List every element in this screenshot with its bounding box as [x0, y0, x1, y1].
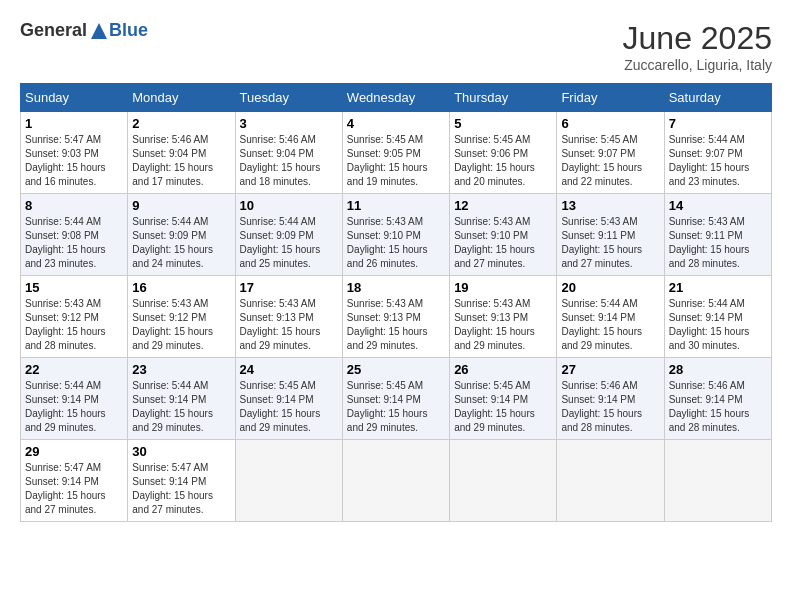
- table-row: 28Sunrise: 5:46 AM Sunset: 9:14 PM Dayli…: [664, 358, 771, 440]
- day-number: 11: [347, 198, 445, 213]
- header-friday: Friday: [557, 84, 664, 112]
- day-info: Sunrise: 5:44 AM Sunset: 9:14 PM Dayligh…: [25, 379, 123, 435]
- day-number: 16: [132, 280, 230, 295]
- table-row: 25Sunrise: 5:45 AM Sunset: 9:14 PM Dayli…: [342, 358, 449, 440]
- table-row: 6Sunrise: 5:45 AM Sunset: 9:07 PM Daylig…: [557, 112, 664, 194]
- day-info: Sunrise: 5:45 AM Sunset: 9:14 PM Dayligh…: [240, 379, 338, 435]
- header-monday: Monday: [128, 84, 235, 112]
- day-info: Sunrise: 5:44 AM Sunset: 9:08 PM Dayligh…: [25, 215, 123, 271]
- day-number: 10: [240, 198, 338, 213]
- day-info: Sunrise: 5:43 AM Sunset: 9:10 PM Dayligh…: [454, 215, 552, 271]
- header-thursday: Thursday: [450, 84, 557, 112]
- day-number: 26: [454, 362, 552, 377]
- day-info: Sunrise: 5:45 AM Sunset: 9:06 PM Dayligh…: [454, 133, 552, 189]
- day-info: Sunrise: 5:44 AM Sunset: 9:09 PM Dayligh…: [132, 215, 230, 271]
- day-number: 2: [132, 116, 230, 131]
- day-number: 18: [347, 280, 445, 295]
- table-row: 16Sunrise: 5:43 AM Sunset: 9:12 PM Dayli…: [128, 276, 235, 358]
- day-number: 7: [669, 116, 767, 131]
- header-wednesday: Wednesday: [342, 84, 449, 112]
- table-row: [450, 440, 557, 522]
- day-info: Sunrise: 5:44 AM Sunset: 9:07 PM Dayligh…: [669, 133, 767, 189]
- day-number: 1: [25, 116, 123, 131]
- table-row: 23Sunrise: 5:44 AM Sunset: 9:14 PM Dayli…: [128, 358, 235, 440]
- day-number: 24: [240, 362, 338, 377]
- table-row: [664, 440, 771, 522]
- table-row: [342, 440, 449, 522]
- day-number: 9: [132, 198, 230, 213]
- day-info: Sunrise: 5:45 AM Sunset: 9:05 PM Dayligh…: [347, 133, 445, 189]
- day-number: 27: [561, 362, 659, 377]
- table-row: 11Sunrise: 5:43 AM Sunset: 9:10 PM Dayli…: [342, 194, 449, 276]
- day-info: Sunrise: 5:46 AM Sunset: 9:04 PM Dayligh…: [132, 133, 230, 189]
- table-row: 22Sunrise: 5:44 AM Sunset: 9:14 PM Dayli…: [21, 358, 128, 440]
- day-info: Sunrise: 5:46 AM Sunset: 9:14 PM Dayligh…: [669, 379, 767, 435]
- day-number: 20: [561, 280, 659, 295]
- month-title: June 2025: [623, 20, 772, 57]
- day-number: 17: [240, 280, 338, 295]
- logo-icon: [89, 21, 109, 41]
- day-info: Sunrise: 5:45 AM Sunset: 9:14 PM Dayligh…: [347, 379, 445, 435]
- day-info: Sunrise: 5:46 AM Sunset: 9:14 PM Dayligh…: [561, 379, 659, 435]
- day-number: 5: [454, 116, 552, 131]
- day-number: 19: [454, 280, 552, 295]
- table-row: 26Sunrise: 5:45 AM Sunset: 9:14 PM Dayli…: [450, 358, 557, 440]
- day-info: Sunrise: 5:43 AM Sunset: 9:10 PM Dayligh…: [347, 215, 445, 271]
- day-number: 21: [669, 280, 767, 295]
- day-number: 8: [25, 198, 123, 213]
- table-row: 4Sunrise: 5:45 AM Sunset: 9:05 PM Daylig…: [342, 112, 449, 194]
- day-number: 22: [25, 362, 123, 377]
- table-row: 18Sunrise: 5:43 AM Sunset: 9:13 PM Dayli…: [342, 276, 449, 358]
- day-number: 3: [240, 116, 338, 131]
- day-info: Sunrise: 5:47 AM Sunset: 9:03 PM Dayligh…: [25, 133, 123, 189]
- logo-general: General: [20, 20, 87, 41]
- table-row: 10Sunrise: 5:44 AM Sunset: 9:09 PM Dayli…: [235, 194, 342, 276]
- day-number: 14: [669, 198, 767, 213]
- day-info: Sunrise: 5:43 AM Sunset: 9:12 PM Dayligh…: [25, 297, 123, 353]
- day-info: Sunrise: 5:45 AM Sunset: 9:07 PM Dayligh…: [561, 133, 659, 189]
- table-row: 30Sunrise: 5:47 AM Sunset: 9:14 PM Dayli…: [128, 440, 235, 522]
- svg-marker-0: [91, 23, 107, 39]
- table-row: 19Sunrise: 5:43 AM Sunset: 9:13 PM Dayli…: [450, 276, 557, 358]
- logo: General Blue: [20, 20, 148, 41]
- day-info: Sunrise: 5:43 AM Sunset: 9:12 PM Dayligh…: [132, 297, 230, 353]
- day-number: 13: [561, 198, 659, 213]
- day-info: Sunrise: 5:45 AM Sunset: 9:14 PM Dayligh…: [454, 379, 552, 435]
- day-info: Sunrise: 5:47 AM Sunset: 9:14 PM Dayligh…: [25, 461, 123, 517]
- header-saturday: Saturday: [664, 84, 771, 112]
- location-title: Zuccarello, Liguria, Italy: [623, 57, 772, 73]
- header-sunday: Sunday: [21, 84, 128, 112]
- day-info: Sunrise: 5:47 AM Sunset: 9:14 PM Dayligh…: [132, 461, 230, 517]
- table-row: 7Sunrise: 5:44 AM Sunset: 9:07 PM Daylig…: [664, 112, 771, 194]
- table-row: 17Sunrise: 5:43 AM Sunset: 9:13 PM Dayli…: [235, 276, 342, 358]
- table-row: 13Sunrise: 5:43 AM Sunset: 9:11 PM Dayli…: [557, 194, 664, 276]
- day-info: Sunrise: 5:43 AM Sunset: 9:13 PM Dayligh…: [454, 297, 552, 353]
- table-row: 15Sunrise: 5:43 AM Sunset: 9:12 PM Dayli…: [21, 276, 128, 358]
- title-area: June 2025 Zuccarello, Liguria, Italy: [623, 20, 772, 73]
- table-row: 14Sunrise: 5:43 AM Sunset: 9:11 PM Dayli…: [664, 194, 771, 276]
- header-tuesday: Tuesday: [235, 84, 342, 112]
- table-row: 9Sunrise: 5:44 AM Sunset: 9:09 PM Daylig…: [128, 194, 235, 276]
- table-row: 20Sunrise: 5:44 AM Sunset: 9:14 PM Dayli…: [557, 276, 664, 358]
- day-info: Sunrise: 5:43 AM Sunset: 9:11 PM Dayligh…: [561, 215, 659, 271]
- day-number: 4: [347, 116, 445, 131]
- day-number: 23: [132, 362, 230, 377]
- day-info: Sunrise: 5:43 AM Sunset: 9:13 PM Dayligh…: [347, 297, 445, 353]
- table-row: 2Sunrise: 5:46 AM Sunset: 9:04 PM Daylig…: [128, 112, 235, 194]
- day-info: Sunrise: 5:43 AM Sunset: 9:11 PM Dayligh…: [669, 215, 767, 271]
- table-row: 1Sunrise: 5:47 AM Sunset: 9:03 PM Daylig…: [21, 112, 128, 194]
- table-row: 24Sunrise: 5:45 AM Sunset: 9:14 PM Dayli…: [235, 358, 342, 440]
- table-row: 5Sunrise: 5:45 AM Sunset: 9:06 PM Daylig…: [450, 112, 557, 194]
- day-number: 15: [25, 280, 123, 295]
- day-info: Sunrise: 5:44 AM Sunset: 9:14 PM Dayligh…: [132, 379, 230, 435]
- day-number: 6: [561, 116, 659, 131]
- calendar-table: Sunday Monday Tuesday Wednesday Thursday…: [20, 83, 772, 522]
- day-info: Sunrise: 5:43 AM Sunset: 9:13 PM Dayligh…: [240, 297, 338, 353]
- table-row: 12Sunrise: 5:43 AM Sunset: 9:10 PM Dayli…: [450, 194, 557, 276]
- day-number: 28: [669, 362, 767, 377]
- logo-blue: Blue: [109, 20, 148, 41]
- day-number: 30: [132, 444, 230, 459]
- day-info: Sunrise: 5:46 AM Sunset: 9:04 PM Dayligh…: [240, 133, 338, 189]
- day-number: 29: [25, 444, 123, 459]
- day-number: 25: [347, 362, 445, 377]
